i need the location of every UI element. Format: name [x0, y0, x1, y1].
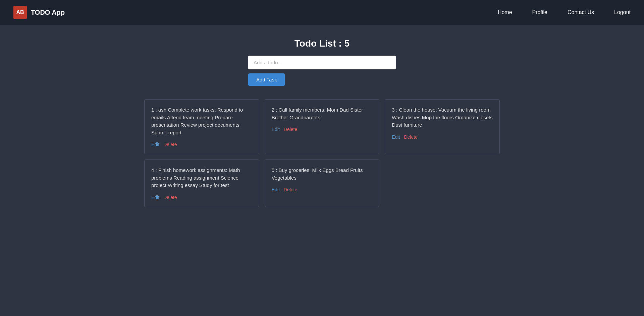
- main-content: Todo List : 5 Add Task 1 : ash Complete …: [0, 25, 644, 220]
- task-card-text: 2 : Call family members: Mom Dad Sister …: [272, 106, 373, 121]
- task-card-text: 1 : ash Complete work tasks: Respond to …: [151, 106, 252, 136]
- edit-button[interactable]: Edit: [392, 134, 400, 140]
- delete-button[interactable]: Delete: [284, 187, 297, 192]
- task-card: 5 : Buy groceries: Milk Eggs Bread Fruit…: [265, 160, 380, 207]
- task-card-actions: EditDelete: [151, 142, 252, 147]
- task-grid: 1 : ash Complete work tasks: Respond to …: [144, 99, 500, 207]
- add-task-button[interactable]: Add Task: [248, 73, 285, 86]
- task-card-actions: EditDelete: [151, 195, 252, 200]
- nav-link-home[interactable]: Home: [498, 9, 512, 15]
- edit-button[interactable]: Edit: [151, 142, 159, 147]
- edit-button[interactable]: Edit: [272, 127, 280, 132]
- navbar-logo: AB: [13, 6, 27, 19]
- delete-button[interactable]: Delete: [163, 195, 177, 200]
- task-card: 1 : ash Complete work tasks: Respond to …: [144, 99, 259, 154]
- task-card: 3 : Clean the house: Vacuum the living r…: [385, 99, 500, 154]
- edit-button[interactable]: Edit: [151, 195, 159, 200]
- task-card-text: 5 : Buy groceries: Milk Eggs Bread Fruit…: [272, 167, 373, 182]
- task-card: 4 : Finish homework assignments: Math pr…: [144, 160, 259, 207]
- task-card-text: 3 : Clean the house: Vacuum the living r…: [392, 106, 493, 129]
- todo-input[interactable]: [248, 56, 396, 69]
- navbar-title: TODO App: [31, 9, 65, 16]
- task-card-actions: EditDelete: [272, 187, 373, 192]
- delete-button[interactable]: Delete: [404, 134, 417, 140]
- delete-button[interactable]: Delete: [163, 142, 177, 147]
- todo-input-container: Add Task: [7, 56, 637, 86]
- navbar-brand: AB TODO App: [13, 6, 65, 19]
- task-card-actions: EditDelete: [272, 127, 373, 132]
- navbar: AB TODO App Home Profile Contact Us Logo…: [0, 0, 644, 25]
- nav-link-logout[interactable]: Logout: [614, 9, 631, 15]
- edit-button[interactable]: Edit: [272, 187, 280, 192]
- task-card-actions: EditDelete: [392, 134, 493, 140]
- task-card-text: 4 : Finish homework assignments: Math pr…: [151, 167, 252, 189]
- delete-button[interactable]: Delete: [284, 127, 297, 132]
- navbar-links: Home Profile Contact Us Logout: [498, 9, 631, 15]
- nav-link-profile[interactable]: Profile: [532, 9, 547, 15]
- nav-link-contact-us[interactable]: Contact Us: [568, 9, 594, 15]
- task-card: 2 : Call family members: Mom Dad Sister …: [265, 99, 380, 154]
- todo-heading: Todo List : 5: [294, 38, 350, 49]
